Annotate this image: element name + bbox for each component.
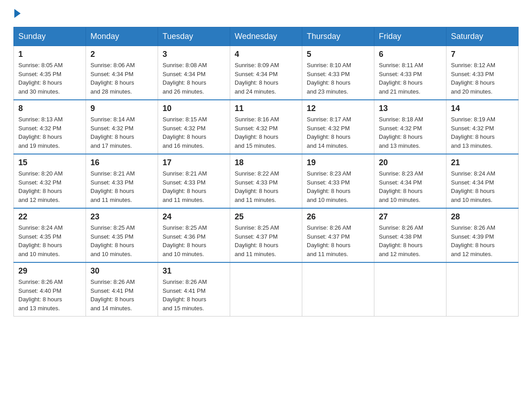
day-info: Sunrise: 8:13 AMSunset: 4:32 PMDaylight:… xyxy=(18,115,81,150)
day-info: Sunrise: 8:23 AMSunset: 4:33 PMDaylight:… xyxy=(307,169,369,204)
day-info: Sunrise: 8:19 AMSunset: 4:32 PMDaylight:… xyxy=(451,115,514,150)
calendar-day-cell: 29Sunrise: 8:26 AMSunset: 4:40 PMDayligh… xyxy=(14,262,86,317)
calendar-day-cell: 5Sunrise: 8:10 AMSunset: 4:33 PMDaylight… xyxy=(302,46,374,100)
day-number: 29 xyxy=(18,266,81,276)
calendar-table: SundayMondayTuesdayWednesdayThursdayFrid… xyxy=(13,27,519,317)
day-number: 14 xyxy=(451,104,514,113)
day-info: Sunrise: 8:26 AMSunset: 4:37 PMDaylight:… xyxy=(307,223,369,258)
day-info: Sunrise: 8:26 AMSunset: 4:39 PMDaylight:… xyxy=(451,223,514,258)
day-number: 8 xyxy=(18,104,81,113)
calendar-day-cell xyxy=(230,262,302,317)
day-info: Sunrise: 8:23 AMSunset: 4:34 PMDaylight:… xyxy=(379,169,442,204)
calendar-week-row: 8Sunrise: 8:13 AMSunset: 4:32 PMDaylight… xyxy=(14,100,519,154)
day-info: Sunrise: 8:26 AMSunset: 4:41 PMDaylight:… xyxy=(163,278,225,313)
calendar-day-cell: 8Sunrise: 8:13 AMSunset: 4:32 PMDaylight… xyxy=(14,100,86,154)
day-number: 27 xyxy=(379,212,442,222)
day-number: 20 xyxy=(379,158,442,167)
day-number: 17 xyxy=(163,158,225,167)
day-number: 9 xyxy=(90,104,153,113)
day-number: 3 xyxy=(163,50,225,59)
day-of-week-header: Tuesday xyxy=(158,27,230,46)
calendar-day-cell: 10Sunrise: 8:15 AMSunset: 4:32 PMDayligh… xyxy=(158,100,230,154)
day-info: Sunrise: 8:11 AMSunset: 4:33 PMDaylight:… xyxy=(379,61,442,96)
calendar-day-cell: 17Sunrise: 8:21 AMSunset: 4:33 PMDayligh… xyxy=(158,154,230,208)
day-info: Sunrise: 8:25 AMSunset: 4:36 PMDaylight:… xyxy=(163,223,225,258)
day-number: 12 xyxy=(307,104,369,113)
calendar-day-cell: 6Sunrise: 8:11 AMSunset: 4:33 PMDaylight… xyxy=(374,46,446,100)
calendar-week-row: 22Sunrise: 8:24 AMSunset: 4:35 PMDayligh… xyxy=(14,208,519,262)
calendar-day-cell: 18Sunrise: 8:22 AMSunset: 4:33 PMDayligh… xyxy=(230,154,302,208)
calendar-day-cell: 1Sunrise: 8:05 AMSunset: 4:35 PMDaylight… xyxy=(14,46,86,100)
header-row: SundayMondayTuesdayWednesdayThursdayFrid… xyxy=(14,27,519,46)
day-number: 4 xyxy=(235,50,297,59)
day-number: 28 xyxy=(451,212,514,222)
day-info: Sunrise: 8:08 AMSunset: 4:34 PMDaylight:… xyxy=(163,61,225,96)
calendar-week-row: 15Sunrise: 8:20 AMSunset: 4:32 PMDayligh… xyxy=(14,154,519,208)
day-number: 15 xyxy=(18,158,81,167)
day-number: 1 xyxy=(18,50,81,59)
day-info: Sunrise: 8:25 AMSunset: 4:37 PMDaylight:… xyxy=(235,223,297,258)
day-number: 24 xyxy=(163,212,225,222)
day-number: 13 xyxy=(379,104,442,113)
day-number: 26 xyxy=(307,212,369,222)
day-info: Sunrise: 8:09 AMSunset: 4:34 PMDaylight:… xyxy=(235,61,297,96)
calendar-day-cell xyxy=(446,262,519,317)
day-info: Sunrise: 8:26 AMSunset: 4:41 PMDaylight:… xyxy=(90,278,153,313)
calendar-day-cell: 16Sunrise: 8:21 AMSunset: 4:33 PMDayligh… xyxy=(86,154,158,208)
day-info: Sunrise: 8:14 AMSunset: 4:32 PMDaylight:… xyxy=(90,115,153,150)
calendar-day-cell: 3Sunrise: 8:08 AMSunset: 4:34 PMDaylight… xyxy=(158,46,230,100)
page-header xyxy=(13,9,519,18)
day-number: 25 xyxy=(235,212,297,222)
day-info: Sunrise: 8:16 AMSunset: 4:32 PMDaylight:… xyxy=(235,115,297,150)
calendar-day-cell: 27Sunrise: 8:26 AMSunset: 4:38 PMDayligh… xyxy=(374,208,446,262)
calendar-week-row: 1Sunrise: 8:05 AMSunset: 4:35 PMDaylight… xyxy=(14,46,519,100)
calendar-day-cell xyxy=(374,262,446,317)
day-number: 2 xyxy=(90,50,153,59)
calendar-day-cell: 23Sunrise: 8:25 AMSunset: 4:35 PMDayligh… xyxy=(86,208,158,262)
calendar-day-cell: 21Sunrise: 8:24 AMSunset: 4:34 PMDayligh… xyxy=(446,154,519,208)
calendar-day-cell: 30Sunrise: 8:26 AMSunset: 4:41 PMDayligh… xyxy=(86,262,158,317)
calendar-day-cell: 13Sunrise: 8:18 AMSunset: 4:32 PMDayligh… xyxy=(374,100,446,154)
calendar-day-cell: 2Sunrise: 8:06 AMSunset: 4:34 PMDaylight… xyxy=(86,46,158,100)
day-info: Sunrise: 8:05 AMSunset: 4:35 PMDaylight:… xyxy=(18,61,81,96)
day-number: 19 xyxy=(307,158,369,167)
day-info: Sunrise: 8:17 AMSunset: 4:32 PMDaylight:… xyxy=(307,115,369,150)
day-info: Sunrise: 8:20 AMSunset: 4:32 PMDaylight:… xyxy=(18,169,81,204)
day-number: 7 xyxy=(451,50,514,59)
day-info: Sunrise: 8:18 AMSunset: 4:32 PMDaylight:… xyxy=(379,115,442,150)
day-number: 5 xyxy=(307,50,369,59)
day-info: Sunrise: 8:06 AMSunset: 4:34 PMDaylight:… xyxy=(90,61,153,96)
day-info: Sunrise: 8:15 AMSunset: 4:32 PMDaylight:… xyxy=(163,115,225,150)
day-info: Sunrise: 8:25 AMSunset: 4:35 PMDaylight:… xyxy=(90,223,153,258)
day-number: 10 xyxy=(163,104,225,113)
calendar-day-cell: 26Sunrise: 8:26 AMSunset: 4:37 PMDayligh… xyxy=(302,208,374,262)
calendar-day-cell: 7Sunrise: 8:12 AMSunset: 4:33 PMDaylight… xyxy=(446,46,519,100)
day-of-week-header: Friday xyxy=(374,27,446,46)
calendar-day-cell xyxy=(302,262,374,317)
calendar-day-cell: 28Sunrise: 8:26 AMSunset: 4:39 PMDayligh… xyxy=(446,208,519,262)
day-number: 21 xyxy=(451,158,514,167)
day-of-week-header: Sunday xyxy=(14,27,86,46)
calendar-week-row: 29Sunrise: 8:26 AMSunset: 4:40 PMDayligh… xyxy=(14,262,519,317)
day-info: Sunrise: 8:21 AMSunset: 4:33 PMDaylight:… xyxy=(90,169,153,204)
logo xyxy=(13,9,21,18)
day-info: Sunrise: 8:22 AMSunset: 4:33 PMDaylight:… xyxy=(235,169,297,204)
day-info: Sunrise: 8:26 AMSunset: 4:40 PMDaylight:… xyxy=(18,278,81,313)
calendar-day-cell: 20Sunrise: 8:23 AMSunset: 4:34 PMDayligh… xyxy=(374,154,446,208)
day-info: Sunrise: 8:10 AMSunset: 4:33 PMDaylight:… xyxy=(307,61,369,96)
day-number: 11 xyxy=(235,104,297,113)
day-number: 30 xyxy=(90,266,153,276)
calendar-day-cell: 12Sunrise: 8:17 AMSunset: 4:32 PMDayligh… xyxy=(302,100,374,154)
day-of-week-header: Saturday xyxy=(446,27,519,46)
day-number: 18 xyxy=(235,158,297,167)
day-number: 6 xyxy=(379,50,442,59)
day-number: 23 xyxy=(90,212,153,222)
day-info: Sunrise: 8:12 AMSunset: 4:33 PMDaylight:… xyxy=(451,61,514,96)
calendar-day-cell: 11Sunrise: 8:16 AMSunset: 4:32 PMDayligh… xyxy=(230,100,302,154)
day-of-week-header: Wednesday xyxy=(230,27,302,46)
day-number: 31 xyxy=(163,266,225,276)
day-of-week-header: Monday xyxy=(86,27,158,46)
calendar-day-cell: 15Sunrise: 8:20 AMSunset: 4:32 PMDayligh… xyxy=(14,154,86,208)
calendar-day-cell: 31Sunrise: 8:26 AMSunset: 4:41 PMDayligh… xyxy=(158,262,230,317)
calendar-day-cell: 9Sunrise: 8:14 AMSunset: 4:32 PMDaylight… xyxy=(86,100,158,154)
